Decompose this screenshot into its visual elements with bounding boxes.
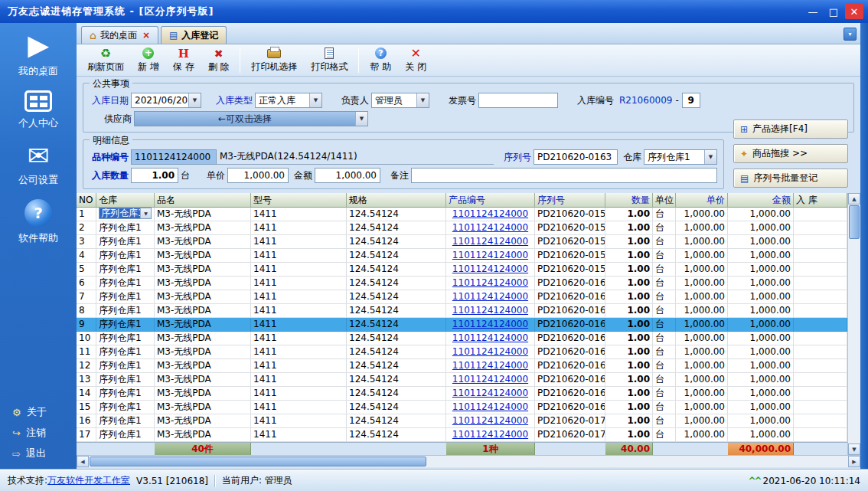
product-code-link[interactable]: 1101124124000 (446, 387, 535, 401)
table-row[interactable]: 9序列仓库1M3-无线PDA1411124.541241101124124000… (77, 318, 847, 332)
print-format-button[interactable]: 打印格式 (305, 45, 354, 76)
close-tab-button[interactable]: ✕ 关 闭 (399, 45, 432, 76)
tab-inbound-registration[interactable]: ▤ 入库登记 (161, 26, 227, 44)
warehouse-cell-combobox[interactable]: 序列仓库1▼ (99, 208, 152, 219)
sidebar-item-personal-center[interactable]: 个人中心 (18, 90, 58, 130)
vertical-scrollbar-thumb[interactable] (849, 205, 860, 239)
inbound-date-combobox[interactable]: 2021/06/20 ▼ (131, 93, 201, 108)
maximize-button[interactable]: □ (824, 4, 843, 19)
column-header-warehouse[interactable]: 仓库 (96, 193, 155, 208)
product-code-link[interactable]: 1101124124000 (446, 208, 535, 221)
delete-button[interactable]: ✖ 删 除 (202, 45, 236, 76)
tab-close-icon[interactable]: × (142, 30, 150, 41)
tab-scroll-button[interactable]: ▾ (844, 28, 857, 41)
chevron-down-icon[interactable]: ▼ (309, 93, 321, 107)
price-input[interactable]: 1,000.00 (227, 168, 289, 183)
product-code-link[interactable]: 1101124124000 (446, 401, 535, 414)
sidebar-item-desktop[interactable]: ▶ 我的桌面 (18, 31, 58, 78)
product-code-link[interactable]: 1101124124000 (446, 428, 535, 442)
refresh-button[interactable]: ♻ 刷新页面 (81, 45, 130, 76)
printer-select-button[interactable]: 打印机选择 (245, 45, 303, 76)
column-header-model[interactable]: 型号 (251, 193, 347, 208)
invoice-input[interactable] (478, 93, 558, 108)
table-row[interactable]: 10序列仓库1M3-无线PDA1411124.54124110112412400… (77, 332, 847, 345)
chevron-down-icon[interactable]: ▼ (140, 208, 151, 218)
warehouse-combobox[interactable]: 序列仓库1 ▼ (644, 149, 717, 165)
tab-my-desktop[interactable]: ⌂ 我的桌面 × (81, 26, 158, 44)
chevron-down-icon[interactable]: ▼ (188, 93, 201, 107)
vertical-scrollbar[interactable]: ▲ ▼ (847, 193, 860, 455)
table-row[interactable]: 1序列仓库1▼M3-无线PDA1411124.54124110112412400… (77, 208, 847, 221)
table-row[interactable]: 5序列仓库1M3-无线PDA1411124.541241101124124000… (77, 263, 847, 277)
product-code-link[interactable]: 1101124124000 (446, 221, 535, 235)
table-row[interactable]: 15序列仓库1M3-无线PDA1411124.54124110112412400… (77, 401, 847, 414)
scroll-down-icon[interactable]: ▼ (848, 444, 860, 455)
table-row[interactable]: 16序列仓库1M3-无线PDA1411124.54124110112412400… (77, 414, 847, 428)
table-row[interactable]: 8序列仓库1M3-无线PDA1411124.541241101124124000… (77, 304, 847, 318)
product-code-link[interactable]: 1101124124000 (446, 249, 535, 263)
column-header-no[interactable]: NO (77, 193, 96, 208)
chevron-down-icon[interactable]: ▼ (704, 150, 716, 164)
product-code-link[interactable]: 1101124124000 (446, 332, 535, 345)
product-code-link[interactable]: 1101124124000 (446, 359, 535, 373)
chevron-down-icon[interactable]: ▼ (416, 93, 429, 107)
column-header-spec[interactable]: 规格 (347, 193, 446, 208)
sidebar-item-company-settings[interactable]: ✉ 公司设置 (18, 142, 58, 187)
product-select-button[interactable]: ⊞ 产品选择[F4] (733, 119, 848, 139)
column-header-qty[interactable]: 数量 (605, 193, 653, 208)
horizontal-scrollbar[interactable]: ◀ ▶ (77, 455, 860, 467)
table-row[interactable]: 14序列仓库1M3-无线PDA1411124.54124110112412400… (77, 387, 847, 401)
support-link[interactable]: 万友软件开发工作室 (47, 474, 130, 487)
scroll-up-icon[interactable]: ▲ (848, 193, 860, 205)
product-code-link[interactable]: 1101124124000 (446, 373, 535, 387)
column-header-amount[interactable]: 金额 (728, 193, 794, 208)
product-code-link[interactable]: 1101124124000 (446, 304, 535, 318)
serial-batch-register-button[interactable]: ▤ 序列号批量登记 (733, 169, 848, 188)
sidebar-item-about[interactable]: ⚙ 关于 (12, 405, 77, 419)
column-header-serial[interactable]: 序列号 (535, 193, 605, 208)
scroll-right-icon[interactable]: ▶ (848, 456, 860, 467)
save-button[interactable]: H 保 存 (167, 45, 201, 76)
receipt-seq-box[interactable]: 9 (682, 93, 700, 108)
chevron-down-icon[interactable]: ▼ (355, 112, 367, 126)
column-header-name[interactable]: 品名 (155, 193, 251, 208)
product-code-link[interactable]: 1101124124000 (446, 263, 535, 277)
product-code-link[interactable]: 1101124124000 (446, 290, 535, 304)
supplier-combobox[interactable]: ←可双击选择 ▼ (134, 111, 368, 126)
table-row[interactable]: 2序列仓库1M3-无线PDA1411124.541241101124124000… (77, 221, 847, 235)
table-row[interactable]: 11序列仓库1M3-无线PDA1411124.54124110112412400… (77, 345, 847, 359)
help-button[interactable]: ? 帮 助 (364, 45, 397, 76)
remark-input[interactable] (411, 168, 717, 183)
product-code-link[interactable]: 1101124124000 (446, 235, 535, 249)
manager-combobox[interactable]: 管理员 ▼ (371, 93, 429, 108)
product-drag-search-button[interactable]: ✦ 商品拖搜 >> (733, 144, 848, 163)
product-code-link[interactable]: 1101124124000 (446, 414, 535, 428)
product-code-input[interactable]: 1101124124000 (131, 149, 217, 165)
amount-input[interactable]: 1,000.00 (315, 168, 380, 183)
close-window-button[interactable]: ✕ (845, 4, 863, 19)
table-row[interactable]: 13序列仓库1M3-无线PDA1411124.54124110112412400… (77, 373, 847, 387)
qty-input[interactable]: 1.00 (131, 168, 178, 183)
table-row[interactable]: 6序列仓库1M3-无线PDA1411124.541241101124124000… (77, 277, 847, 290)
minimize-button[interactable]: — (804, 4, 822, 19)
column-header-inbound[interactable]: 入 库 (794, 193, 847, 208)
serial-input[interactable]: PD210620-0163 (534, 149, 618, 165)
inbound-type-combobox[interactable]: 正常入库 ▼ (255, 93, 322, 108)
column-header-unit[interactable]: 单位 (653, 193, 676, 208)
table-row[interactable]: 4序列仓库1M3-无线PDA1411124.541241101124124000… (77, 249, 847, 263)
table-row[interactable]: 17序列仓库1M3-无线PDA1411124.54124110112412400… (77, 428, 847, 442)
product-code-link[interactable]: 1101124124000 (446, 318, 535, 332)
product-code-link[interactable]: 1101124124000 (446, 277, 535, 290)
table-row[interactable]: 12序列仓库1M3-无线PDA1411124.54124110112412400… (77, 359, 847, 373)
sidebar-item-exit[interactable]: ⇨ 退出 (12, 447, 77, 460)
column-header-price[interactable]: 单价 (676, 193, 728, 208)
horizontal-scrollbar-thumb[interactable] (90, 457, 426, 466)
table-row[interactable]: 3序列仓库1M3-无线PDA1411124.541241101124124000… (77, 235, 847, 249)
column-header-product-code[interactable]: 产品编号 (446, 193, 535, 208)
add-button[interactable]: + 新 增 (132, 45, 165, 76)
product-code-link[interactable]: 1101124124000 (446, 345, 535, 359)
table-row[interactable]: 7序列仓库1M3-无线PDA1411124.541241101124124000… (77, 290, 847, 304)
scroll-left-icon[interactable]: ◀ (77, 456, 89, 467)
sidebar-item-software-help[interactable]: ? 软件帮助 (18, 199, 58, 245)
sidebar-item-logout[interactable]: ↪ 注销 (12, 426, 77, 440)
